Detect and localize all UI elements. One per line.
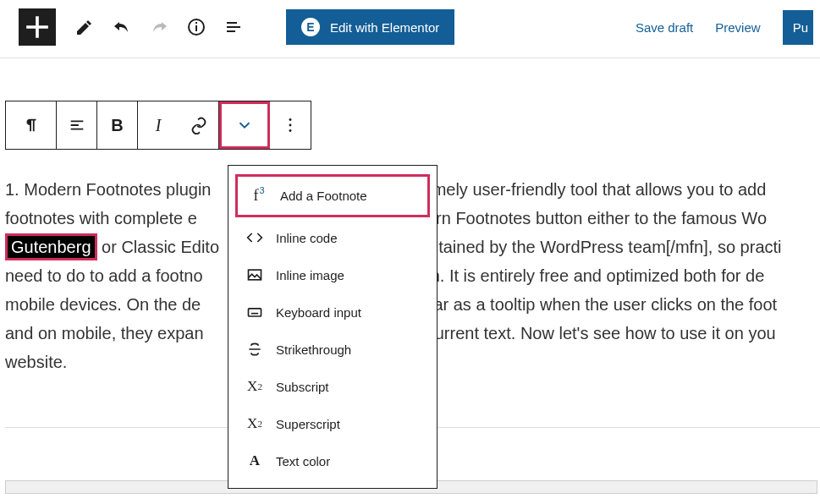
- strikethrough-icon: [245, 341, 264, 358]
- text-fragment: website.: [5, 353, 67, 371]
- dd-subscript[interactable]: X2 Subscript: [234, 368, 432, 405]
- bold-button[interactable]: B: [97, 101, 138, 149]
- text-fragment: and on mobile, they expan: [5, 324, 204, 342]
- text-fragment: n. It is entirely free and optimized bot…: [431, 266, 765, 285]
- link-button[interactable]: [179, 101, 219, 149]
- dd-inline-image[interactable]: Inline image: [234, 256, 432, 293]
- svg-point-5: [289, 129, 292, 132]
- publish-button[interactable]: Pu: [783, 10, 813, 45]
- dd-label: Add a Footnote: [280, 189, 367, 203]
- image-icon: [245, 266, 264, 283]
- info-button[interactable]: [178, 8, 215, 46]
- dd-strikethrough[interactable]: Strikethrough: [234, 331, 432, 368]
- bold-icon: B: [111, 116, 123, 135]
- chevron-down-icon: [235, 116, 254, 134]
- dd-label: Strikethrough: [276, 342, 351, 357]
- undo-button[interactable]: [103, 8, 140, 46]
- add-block-button[interactable]: [19, 8, 56, 46]
- more-formats-button[interactable]: [219, 101, 270, 149]
- superscript-icon: X2: [245, 415, 264, 432]
- right-actions: Save draft Preview Pu: [636, 10, 813, 45]
- code-icon: [245, 229, 264, 246]
- dd-label: Text color: [276, 454, 330, 468]
- text-fragment: current text. Now let's see how to use i…: [427, 324, 776, 342]
- elementor-label: Edit with Elementor: [330, 20, 439, 35]
- italic-icon: I: [156, 116, 162, 135]
- svg-point-4: [289, 124, 292, 127]
- italic-button[interactable]: I: [138, 101, 179, 149]
- list-icon: [223, 17, 244, 37]
- elementor-button[interactable]: E Edit with Elementor: [286, 9, 454, 45]
- elementor-icon: E: [301, 18, 320, 36]
- text-fragment: mely user-friendly tool that allows you …: [432, 180, 767, 199]
- redo-icon: [149, 17, 169, 37]
- dd-label: Keyboard input: [276, 305, 361, 320]
- save-draft-button[interactable]: Save draft: [636, 20, 693, 35]
- text-fragment: ar as a tooltip when the user clicks on …: [433, 295, 777, 314]
- dd-label: Inline image: [276, 268, 344, 282]
- pencil-icon: [74, 17, 95, 37]
- text-fragment: ern Footnotes button either to the famou…: [427, 209, 767, 227]
- subscript-icon: X2: [245, 378, 264, 395]
- align-button[interactable]: [57, 101, 97, 149]
- link-icon: [190, 116, 208, 134]
- text-fragment: or Classic Edito: [97, 238, 220, 256]
- dd-label: Superscript: [276, 417, 340, 431]
- plus-icon: [19, 8, 56, 46]
- svg-point-3: [289, 118, 292, 121]
- text-fragment: need to do to add a footno: [5, 266, 203, 285]
- info-icon: [186, 17, 206, 37]
- more-vertical-icon: [281, 116, 300, 134]
- edit-button[interactable]: [66, 8, 103, 46]
- more-options-button[interactable]: [270, 101, 311, 149]
- text-fragment: tained by the WordPress team[/mfn], so p…: [438, 238, 781, 256]
- text-fragment: mobile devices. On the de: [5, 295, 201, 314]
- paragraph-icon: [22, 116, 41, 134]
- text-color-icon: A: [245, 452, 264, 469]
- block-toolbar: B I: [5, 101, 311, 150]
- text-fragment: footnotes with complete e: [5, 209, 197, 227]
- selected-text[interactable]: Gutenberg: [5, 233, 97, 260]
- svg-rect-1: [195, 25, 197, 31]
- format-dropdown: f3 Add a Footnote Inline code Inline ima…: [228, 165, 438, 489]
- align-left-icon: [68, 116, 86, 134]
- outline-button[interactable]: [215, 8, 252, 46]
- dd-text-color[interactable]: A Text color: [234, 442, 432, 479]
- redo-button: [140, 8, 178, 46]
- undo-icon: [112, 17, 132, 37]
- top-toolbar: E Edit with Elementor Save draft Preview…: [0, 0, 820, 58]
- dd-inline-code[interactable]: Inline code: [234, 219, 432, 256]
- dd-superscript[interactable]: X2 Superscript: [234, 405, 432, 442]
- svg-rect-7: [249, 309, 261, 316]
- block-type-button[interactable]: [6, 101, 57, 149]
- dd-keyboard-input[interactable]: Keyboard input: [234, 293, 432, 331]
- svg-rect-2: [195, 22, 197, 24]
- dd-label: Subscript: [276, 380, 329, 394]
- dd-add-footnote[interactable]: f3 Add a Footnote: [235, 174, 430, 217]
- text-fragment: 1. Modern Footnotes plugin: [5, 180, 212, 199]
- dd-label: Inline code: [276, 231, 338, 245]
- preview-button[interactable]: Preview: [715, 20, 760, 35]
- footnote-icon: f3: [250, 187, 268, 205]
- keyboard-icon: [245, 304, 264, 320]
